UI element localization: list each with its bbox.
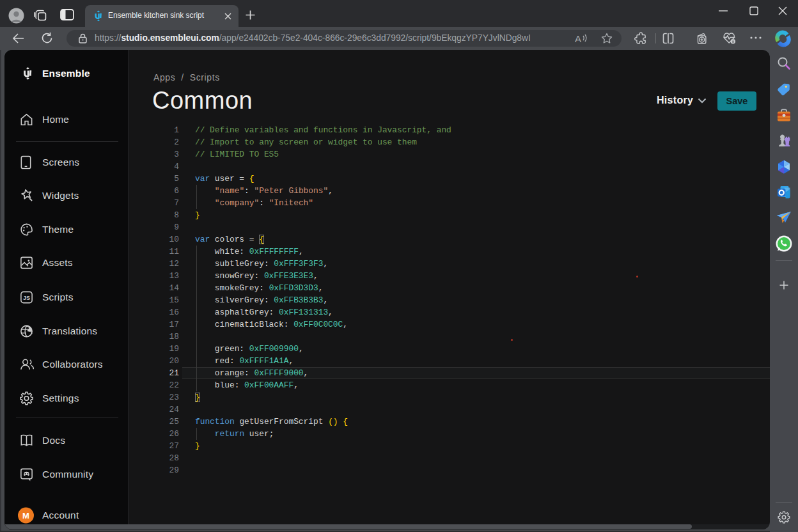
svg-text:A: A bbox=[575, 33, 581, 44]
